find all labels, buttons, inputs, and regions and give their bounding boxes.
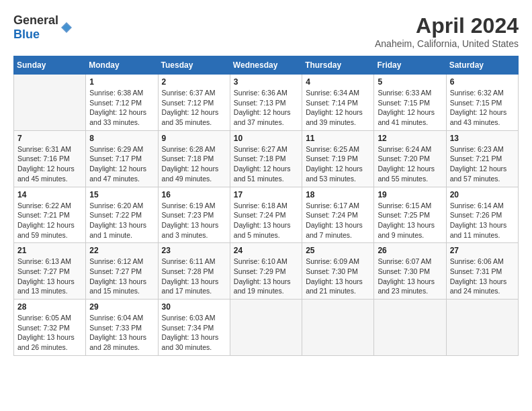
day-number: 14	[17, 190, 82, 199]
calendar-cell: 25Sunrise: 6:09 AMSunset: 7:30 PMDayligh…	[302, 243, 374, 300]
day-info: Sunrise: 6:32 AMSunset: 7:15 PMDaylight:…	[450, 88, 515, 128]
day-info: Sunrise: 6:12 AMSunset: 7:27 PMDaylight:…	[89, 257, 154, 296]
day-info: Sunrise: 6:15 AMSunset: 7:25 PMDaylight:…	[378, 201, 442, 240]
calendar-cell: 19Sunrise: 6:15 AMSunset: 7:25 PMDayligh…	[374, 187, 446, 243]
calendar-week-1: 1Sunrise: 6:38 AMSunset: 7:12 PMDaylight…	[14, 75, 519, 131]
calendar-header-row: SundayMondayTuesdayWednesdayThursdayFrid…	[14, 56, 519, 75]
logo-icon	[60, 21, 73, 34]
day-number: 26	[378, 246, 442, 255]
day-number: 2	[162, 77, 226, 87]
day-number: 5	[378, 77, 442, 87]
calendar-cell	[302, 300, 374, 356]
day-info: Sunrise: 6:07 AMSunset: 7:30 PMDaylight:…	[378, 257, 442, 296]
day-info: Sunrise: 6:06 AMSunset: 7:31 PMDaylight:…	[450, 257, 515, 296]
day-number: 20	[450, 190, 515, 199]
calendar-table: SundayMondayTuesdayWednesdayThursdayFrid…	[13, 56, 519, 356]
day-info: Sunrise: 6:27 AMSunset: 7:18 PMDaylight:…	[234, 144, 298, 184]
calendar-cell	[14, 75, 86, 131]
day-info: Sunrise: 6:14 AMSunset: 7:26 PMDaylight:…	[450, 201, 515, 240]
calendar-header-friday: Friday	[374, 56, 446, 75]
day-info: Sunrise: 6:20 AMSunset: 7:22 PMDaylight:…	[89, 201, 154, 240]
calendar-cell: 24Sunrise: 6:10 AMSunset: 7:29 PMDayligh…	[230, 243, 302, 300]
calendar-cell: 14Sunrise: 6:22 AMSunset: 7:21 PMDayligh…	[14, 187, 86, 243]
calendar-week-2: 7Sunrise: 6:31 AMSunset: 7:16 PMDaylight…	[14, 130, 519, 187]
day-info: Sunrise: 6:10 AMSunset: 7:29 PMDaylight:…	[234, 257, 298, 296]
day-number: 16	[162, 190, 226, 199]
calendar-cell: 9Sunrise: 6:28 AMSunset: 7:18 PMDaylight…	[158, 130, 230, 187]
calendar-header-monday: Monday	[86, 56, 158, 75]
day-number: 17	[234, 190, 298, 199]
day-number: 9	[162, 134, 226, 143]
calendar-cell: 23Sunrise: 6:11 AMSunset: 7:28 PMDayligh…	[158, 243, 230, 300]
calendar-cell: 26Sunrise: 6:07 AMSunset: 7:30 PMDayligh…	[374, 243, 446, 300]
calendar-cell: 15Sunrise: 6:20 AMSunset: 7:22 PMDayligh…	[86, 187, 158, 243]
calendar-cell	[374, 300, 446, 356]
calendar-cell: 1Sunrise: 6:38 AMSunset: 7:12 PMDaylight…	[86, 75, 158, 131]
calendar-cell: 8Sunrise: 6:29 AMSunset: 7:17 PMDaylight…	[86, 130, 158, 187]
calendar-cell: 6Sunrise: 6:32 AMSunset: 7:15 PMDaylight…	[446, 75, 518, 131]
day-number: 11	[306, 134, 370, 143]
day-number: 30	[162, 302, 226, 312]
calendar-cell: 16Sunrise: 6:19 AMSunset: 7:23 PMDayligh…	[158, 187, 230, 243]
calendar-cell	[230, 300, 302, 356]
calendar-header-thursday: Thursday	[302, 56, 374, 75]
day-info: Sunrise: 6:22 AMSunset: 7:21 PMDaylight:…	[17, 201, 82, 240]
day-info: Sunrise: 6:17 AMSunset: 7:24 PMDaylight:…	[306, 201, 370, 240]
day-info: Sunrise: 6:37 AMSunset: 7:12 PMDaylight:…	[162, 88, 226, 128]
day-number: 13	[450, 134, 515, 143]
calendar-cell: 30Sunrise: 6:03 AMSunset: 7:34 PMDayligh…	[158, 300, 230, 356]
day-info: Sunrise: 6:19 AMSunset: 7:23 PMDaylight:…	[162, 201, 226, 240]
day-info: Sunrise: 6:28 AMSunset: 7:18 PMDaylight:…	[162, 144, 226, 184]
day-number: 29	[89, 302, 154, 312]
calendar-cell	[446, 300, 518, 356]
day-number: 19	[378, 190, 442, 199]
day-number: 8	[89, 134, 154, 143]
calendar-cell: 17Sunrise: 6:18 AMSunset: 7:24 PMDayligh…	[230, 187, 302, 243]
day-number: 28	[17, 302, 82, 312]
day-number: 21	[17, 246, 82, 255]
day-info: Sunrise: 6:25 AMSunset: 7:19 PMDaylight:…	[306, 144, 370, 184]
day-number: 24	[234, 246, 298, 255]
calendar-week-3: 14Sunrise: 6:22 AMSunset: 7:21 PMDayligh…	[14, 187, 519, 243]
page-header: General Blue April 2024 Anaheim, Califor…	[13, 13, 519, 49]
calendar-subtitle: Anaheim, California, United States	[375, 38, 519, 49]
calendar-cell: 11Sunrise: 6:25 AMSunset: 7:19 PMDayligh…	[302, 130, 374, 187]
day-info: Sunrise: 6:05 AMSunset: 7:32 PMDaylight:…	[17, 313, 82, 353]
calendar-header-sunday: Sunday	[14, 56, 86, 75]
calendar-cell: 13Sunrise: 6:23 AMSunset: 7:21 PMDayligh…	[446, 130, 518, 187]
day-number: 18	[306, 190, 370, 199]
day-number: 3	[234, 77, 298, 87]
day-number: 23	[162, 246, 226, 255]
day-number: 12	[378, 134, 442, 143]
calendar-cell: 7Sunrise: 6:31 AMSunset: 7:16 PMDaylight…	[14, 130, 86, 187]
calendar-cell: 18Sunrise: 6:17 AMSunset: 7:24 PMDayligh…	[302, 187, 374, 243]
calendar-cell: 28Sunrise: 6:05 AMSunset: 7:32 PMDayligh…	[14, 300, 86, 356]
calendar-cell: 29Sunrise: 6:04 AMSunset: 7:33 PMDayligh…	[86, 300, 158, 356]
day-info: Sunrise: 6:03 AMSunset: 7:34 PMDaylight:…	[162, 313, 226, 353]
day-info: Sunrise: 6:38 AMSunset: 7:12 PMDaylight:…	[89, 88, 154, 128]
day-number: 6	[450, 77, 515, 87]
calendar-cell: 21Sunrise: 6:13 AMSunset: 7:27 PMDayligh…	[14, 243, 86, 300]
calendar-title: April 2024	[375, 13, 519, 38]
logo-text: General Blue	[13, 13, 58, 42]
logo: General Blue	[13, 13, 73, 42]
day-number: 10	[234, 134, 298, 143]
calendar-cell: 20Sunrise: 6:14 AMSunset: 7:26 PMDayligh…	[446, 187, 518, 243]
calendar-header-saturday: Saturday	[446, 56, 518, 75]
calendar-week-5: 28Sunrise: 6:05 AMSunset: 7:32 PMDayligh…	[14, 300, 519, 356]
calendar-cell: 10Sunrise: 6:27 AMSunset: 7:18 PMDayligh…	[230, 130, 302, 187]
day-info: Sunrise: 6:23 AMSunset: 7:21 PMDaylight:…	[450, 144, 515, 184]
day-number: 25	[306, 246, 370, 255]
calendar-header-wednesday: Wednesday	[230, 56, 302, 75]
title-area: April 2024 Anaheim, California, United S…	[375, 13, 519, 49]
day-info: Sunrise: 6:13 AMSunset: 7:27 PMDaylight:…	[17, 257, 82, 296]
day-info: Sunrise: 6:11 AMSunset: 7:28 PMDaylight:…	[162, 257, 226, 296]
day-info: Sunrise: 6:24 AMSunset: 7:20 PMDaylight:…	[378, 144, 442, 184]
calendar-cell: 22Sunrise: 6:12 AMSunset: 7:27 PMDayligh…	[86, 243, 158, 300]
calendar-cell: 27Sunrise: 6:06 AMSunset: 7:31 PMDayligh…	[446, 243, 518, 300]
day-info: Sunrise: 6:33 AMSunset: 7:15 PMDaylight:…	[378, 88, 442, 128]
day-info: Sunrise: 6:29 AMSunset: 7:17 PMDaylight:…	[89, 144, 154, 184]
day-info: Sunrise: 6:34 AMSunset: 7:14 PMDaylight:…	[306, 88, 370, 128]
calendar-cell: 4Sunrise: 6:34 AMSunset: 7:14 PMDaylight…	[302, 75, 374, 131]
day-info: Sunrise: 6:36 AMSunset: 7:13 PMDaylight:…	[234, 88, 298, 128]
